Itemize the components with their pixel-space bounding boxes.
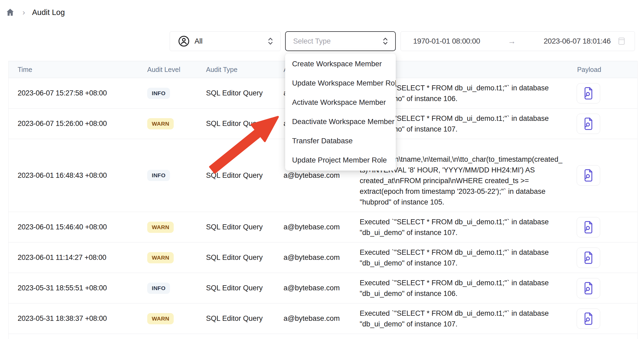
time-cell: 2023-05-31 18:38:37 +08:00 — [9, 314, 147, 323]
breadcrumb-separator-icon: › — [22, 8, 25, 17]
type-filter-placeholder: Select Type — [293, 37, 382, 45]
type-menu-item[interactable]: Update Workspace Member Role — [285, 74, 396, 93]
audit-level-cell: WARN — [147, 118, 206, 129]
table-row: 2023-05-31 18:55:51 +08:00 INFO SQL Edit… — [9, 273, 637, 303]
type-menu-item[interactable]: Deactivate Workspace Member — [285, 112, 396, 131]
payload-button[interactable] — [577, 217, 600, 237]
payload-button[interactable] — [577, 165, 600, 186]
chevron-up-down-icon — [382, 37, 389, 45]
file-search-icon — [583, 87, 594, 100]
audit-type-cell: SQL Editor Query — [206, 253, 284, 262]
time-cell: 2023-06-01 11:14:27 +08:00 — [9, 253, 147, 262]
payload-button[interactable] — [577, 114, 600, 134]
audit-type-cell: SQL Editor Query — [206, 223, 284, 231]
audit-level-badge: WARN — [147, 252, 174, 263]
audit-level-badge: INFO — [147, 283, 170, 294]
table-row: 2023-06-01 11:14:27 +08:00 WARN SQL Edit… — [9, 242, 637, 273]
user-circle-icon — [178, 35, 190, 47]
type-filter-select[interactable]: Select Type — [285, 31, 396, 51]
file-search-icon — [583, 117, 594, 130]
actor-cell: a@bytebase.com — [284, 284, 360, 292]
audit-level-cell: WARN — [147, 313, 206, 324]
time-cell: 2023-06-07 15:27:58 +08:00 — [9, 89, 147, 97]
audit-type-cell: SQL Editor Query — [206, 284, 284, 292]
actor-cell: a@bytebase.com — [284, 314, 360, 323]
column-header-time: Time — [9, 66, 147, 74]
audit-type-cell: SQL Editor Query — [206, 89, 284, 97]
arrow-right-icon: → — [480, 37, 544, 46]
column-header-audit-type: Audit Type — [206, 66, 284, 74]
payload-button[interactable] — [577, 83, 600, 103]
file-search-icon — [583, 169, 594, 182]
time-cell: 2023-06-07 15:26:00 +08:00 — [9, 120, 147, 128]
page-title: Audit Log — [32, 8, 65, 17]
table-row: 2023-05-31 18:38:37 +08:00 WARN SQL Edit… — [9, 303, 637, 334]
type-menu-item[interactable]: Transfer Database — [285, 131, 396, 151]
audit-level-badge: WARN — [147, 118, 174, 129]
audit-level-cell: INFO — [147, 88, 206, 99]
audit-level-badge: INFO — [147, 170, 170, 181]
audit-level-cell: INFO — [147, 170, 206, 181]
audit-level-badge: WARN — [147, 222, 174, 233]
column-header-audit-level: Audit Level — [147, 66, 206, 74]
type-menu-item[interactable]: Update Project Member Role — [285, 151, 396, 170]
file-search-icon — [583, 312, 594, 325]
payload-button[interactable] — [577, 248, 600, 268]
comment-cell: Executed `"SELECT * FROM db_ui_demo.t1;"… — [360, 304, 569, 334]
time-cell: 2023-06-01 15:46:40 +08:00 — [9, 223, 147, 231]
time-cell: 2023-05-31 18:55:51 +08:00 — [9, 284, 147, 292]
payload-button[interactable] — [577, 278, 600, 298]
column-header-payload: Payload — [569, 66, 637, 74]
date-range-end: 2023-06-07 18:01:46 — [544, 37, 611, 45]
table-row: 2023-06-01 15:46:40 +08:00 WARN SQL Edit… — [9, 212, 637, 242]
payload-button[interactable] — [577, 309, 600, 329]
audit-type-cell: SQL Editor Query — [206, 171, 284, 180]
file-search-icon — [583, 282, 594, 295]
audit-type-cell: SQL Editor Query — [206, 120, 284, 128]
audit-level-cell: WARN — [147, 252, 206, 263]
actor-filter-select[interactable]: All — [170, 31, 281, 51]
audit-level-cell: WARN — [147, 222, 206, 233]
file-search-icon — [583, 221, 594, 234]
actor-cell: a@bytebase.com — [284, 223, 360, 231]
comment-cell: Executed `"SELECT * FROM db_ui_demo.t1;"… — [360, 243, 569, 273]
audit-type-cell: SQL Editor Query — [206, 314, 284, 323]
audit-level-cell: INFO — [147, 283, 206, 294]
date-range-start: 1970-01-01 08:00:00 — [413, 37, 480, 45]
filter-bar: All Select Type 1970-01-01 08:00:00 → 20… — [0, 31, 644, 51]
actor-cell: a@bytebase.com — [284, 253, 360, 262]
date-range-picker[interactable]: 1970-01-01 08:00:00 → 2023-06-07 18:01:4… — [401, 31, 635, 51]
time-cell: 2023-06-01 16:48:43 +08:00 — [9, 171, 147, 180]
type-menu-item[interactable]: Create Workspace Member — [285, 54, 396, 74]
audit-level-badge: WARN — [147, 313, 174, 324]
comment-cell: Executed `"SELECT * FROM db_ui_demo.t1;"… — [360, 212, 569, 242]
chevron-up-down-icon — [267, 37, 274, 45]
calendar-icon — [618, 37, 626, 46]
actor-cell: a@bytebase.com — [284, 171, 360, 180]
actor-filter-value: All — [195, 37, 267, 45]
comment-cell: Executed `"SELECT * FROM db_ui_demo.t1;"… — [360, 273, 569, 303]
breadcrumb: › Audit Log — [5, 6, 65, 18]
home-icon[interactable] — [5, 7, 15, 18]
type-menu-item[interactable]: Activate Workspace Member — [285, 93, 396, 112]
file-search-icon — [583, 251, 594, 264]
type-filter-dropdown-menu: Create Workspace MemberUpdate Workspace … — [285, 53, 396, 171]
audit-level-badge: INFO — [147, 88, 170, 99]
